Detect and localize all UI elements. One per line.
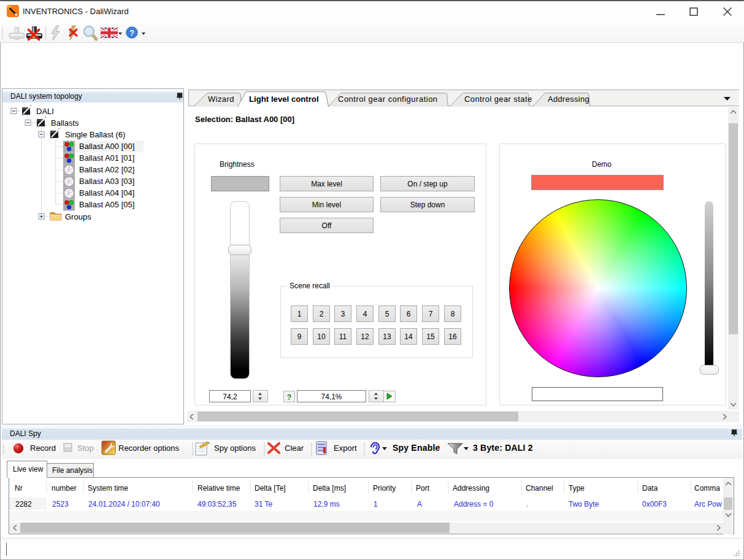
svg-text:31 Te: 31 Te	[255, 500, 272, 508]
svg-text:number: number	[52, 484, 77, 493]
svg-text:Delta [ms]: Delta [ms]	[313, 484, 346, 493]
svg-text:Groups: Groups	[65, 212, 91, 221]
svg-text:Spy Enable: Spy Enable	[393, 443, 440, 453]
svg-text:0x00F3: 0x00F3	[642, 500, 667, 508]
svg-text:?: ?	[129, 28, 134, 37]
svg-text:2282: 2282	[15, 500, 32, 508]
svg-text:Delta [Te]: Delta [Te]	[255, 484, 286, 493]
svg-text:Data: Data	[642, 484, 658, 493]
svg-text:Ballast A05 [05]: Ballast A05 [05]	[79, 200, 134, 209]
svg-text:Comma: Comma	[694, 484, 720, 493]
svg-text:12,9 ms: 12,9 ms	[313, 500, 340, 508]
svg-text:Relative time: Relative time	[198, 484, 240, 493]
svg-text:Type: Type	[569, 484, 585, 493]
svg-text:Port: Port	[416, 484, 430, 493]
svg-text:DALI: DALI	[36, 107, 54, 116]
svg-text:Addressing: Addressing	[453, 484, 489, 493]
svg-text:.: .	[526, 500, 528, 508]
svg-text:Address = 0: Address = 0	[454, 500, 494, 508]
svg-text:Spy options: Spy options	[214, 443, 256, 453]
svg-text:Addressing: Addressing	[548, 94, 589, 104]
svg-text:Control gear configuration: Control gear configuration	[338, 94, 438, 104]
svg-text:Ballast A04 [04]: Ballast A04 [04]	[79, 188, 134, 198]
svg-text:Control gear state: Control gear state	[464, 94, 532, 104]
svg-text:Ballasts: Ballasts	[51, 118, 79, 128]
svg-text:Ballast A00 [00]: Ballast A00 [00]	[79, 142, 134, 151]
svg-text:Stop: Stop	[77, 443, 94, 453]
svg-text:Wizard: Wizard	[208, 94, 234, 104]
svg-text:A: A	[417, 500, 422, 508]
svg-text:3 Byte: DALI 2: 3 Byte: DALI 2	[473, 443, 533, 453]
svg-text:Two Byte: Two Byte	[569, 500, 599, 508]
svg-text:Ballast A03 [03]: Ballast A03 [03]	[79, 177, 134, 186]
svg-text:Channel: Channel	[526, 484, 553, 493]
svg-text:Ballast A01 [01]: Ballast A01 [01]	[79, 153, 134, 163]
svg-text:Nr: Nr	[15, 484, 23, 493]
svg-text:System time: System time	[88, 484, 128, 493]
svg-text:24.01.2024 / 10:07:40: 24.01.2024 / 10:07:40	[88, 500, 160, 508]
svg-text:Light level control: Light level control	[249, 94, 319, 104]
svg-text:2523: 2523	[52, 500, 69, 508]
svg-text:Ballast A02 [02]: Ballast A02 [02]	[79, 165, 134, 174]
svg-text:Record: Record	[30, 443, 56, 453]
svg-text:Export: Export	[334, 443, 357, 453]
svg-text:Arc Pow: Arc Pow	[694, 500, 722, 508]
svg-text:1: 1	[374, 500, 378, 508]
svg-text:Clear: Clear	[285, 443, 304, 453]
svg-text:49:03:52,35: 49:03:52,35	[198, 500, 237, 508]
svg-text:Priority: Priority	[373, 484, 396, 493]
svg-text:Recorder options: Recorder options	[118, 443, 179, 453]
svg-text:Single Ballast (6): Single Ballast (6)	[65, 130, 125, 139]
